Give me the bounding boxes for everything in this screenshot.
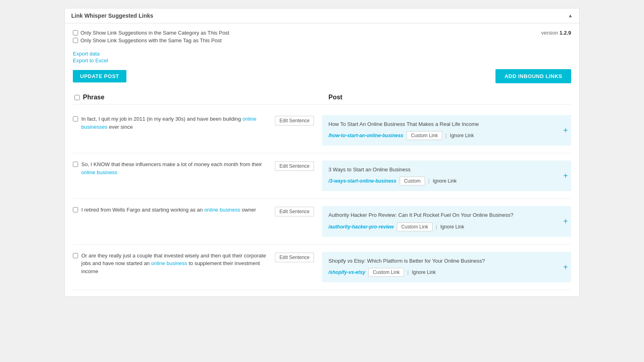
- select-all-checkbox[interactable]: [74, 95, 80, 100]
- row1-ignore-link[interactable]: Ignore Link: [450, 133, 474, 138]
- row3-checkbox[interactable]: [73, 207, 78, 212]
- row3-custom-link-button[interactable]: Custom Link: [397, 222, 433, 231]
- row3-post-slug: /authority-hacker-pro-review: [328, 224, 394, 230]
- row1-before: In fact, I quit my job in 2011 (in my ea…: [81, 116, 242, 122]
- post-col-4: Shopify vs Etsy: Which Platform is Bette…: [322, 252, 571, 282]
- row2-ignore-link[interactable]: Ignore Link: [433, 178, 456, 184]
- row4-edit-sentence-button[interactable]: Edit Sentence: [275, 253, 314, 262]
- row3-post-meta: /authority-hacker-pro-review Custom Link…: [328, 222, 565, 231]
- version-info: version 1.2.9: [541, 30, 571, 36]
- filter-options: Only Show Link Suggestions in the Same C…: [73, 30, 229, 43]
- row1-after: ever since: [107, 124, 133, 130]
- row2-separator: |: [428, 178, 429, 184]
- col-phrase-header: Phrase: [73, 94, 322, 101]
- row3-phrase-text: I retired from Wells Fargo and starting …: [81, 206, 272, 214]
- row3-post-title: Authority Hacker Pro Review: Can It Put …: [328, 212, 565, 219]
- widget-toggle-icon[interactable]: ▲: [568, 13, 573, 19]
- row1-post-slug: /how-to-start-an-online-business: [328, 133, 403, 138]
- table-row: So, I KNOW that these influencers make a…: [73, 153, 571, 199]
- post-col-4-outer: Shopify vs Etsy: Which Platform is Bette…: [322, 252, 571, 282]
- export-links-group: Export data Export to Excel: [73, 51, 571, 64]
- row2-post-title: 3 Ways to Start an Online Business: [328, 166, 565, 173]
- post-col-3: Authority Hacker Pro Review: Can It Put …: [322, 206, 571, 237]
- table-row: In fact, I quit my job in 2011 (in my ea…: [73, 108, 571, 153]
- post-col-2: 3 Ways to Start an Online Business /3-wa…: [322, 160, 571, 191]
- row1-post-title: How To Start An Online Business That Mak…: [328, 121, 565, 128]
- row3-edit-sentence-button[interactable]: Edit Sentence: [275, 207, 314, 216]
- row4-post-slug: /shopify-vs-etsy: [328, 269, 365, 275]
- row2-edit-sentence-button[interactable]: Edit Sentence: [275, 161, 314, 171]
- version-number: 1.2.9: [559, 30, 571, 36]
- table-row: Or are they really just a couple that in…: [73, 245, 571, 290]
- export-data-link[interactable]: Export data: [73, 51, 571, 57]
- option-same-category[interactable]: Only Show Link Suggestions in the Same C…: [73, 30, 229, 36]
- row4-post-title: Shopify vs Etsy: Which Platform is Bette…: [328, 257, 565, 265]
- actions-row: UPDATE POST ADD INBOUND LINKS: [73, 69, 571, 83]
- row1-edit-sentence-button[interactable]: Edit Sentence: [275, 116, 314, 125]
- option-same-category-label: Only Show Link Suggestions in the Same C…: [80, 30, 229, 36]
- row4-checkbox[interactable]: [73, 253, 78, 258]
- row1-custom-link-button[interactable]: Custom Link: [407, 131, 442, 140]
- phrase-col-4: Or are they really just a couple that in…: [73, 252, 322, 276]
- table-row: I retired from Wells Fargo and starting …: [73, 199, 571, 244]
- row4-phrase-link[interactable]: online business: [151, 260, 187, 266]
- row4-expand-icon[interactable]: +: [563, 263, 568, 271]
- option-same-tag-label: Only Show Link Suggestions with the Same…: [80, 37, 222, 43]
- row3-expand-icon[interactable]: +: [563, 217, 568, 225]
- row2-post-meta: /3-ways-start-online-business Custom | I…: [328, 177, 565, 185]
- row3-ignore-link[interactable]: Ignore Link: [440, 224, 464, 230]
- row4-separator: |: [407, 269, 409, 275]
- post-col-3-outer: Authority Hacker Pro Review: Can It Put …: [322, 206, 571, 237]
- row1-phrase-text: In fact, I quit my job in 2011 (in my ea…: [81, 115, 272, 131]
- table-header: Phrase Post: [73, 90, 571, 105]
- row2-phrase-link[interactable]: online business: [81, 169, 118, 175]
- row4-custom-link-button[interactable]: Custom Link: [368, 268, 404, 277]
- export-excel-link[interactable]: Export to Excel: [73, 58, 571, 64]
- row1-post-meta: /how-to-start-an-online-business Custom …: [328, 131, 565, 140]
- row2-phrase-text: So, I KNOW that these influencers make a…: [81, 160, 272, 176]
- row2-checkbox[interactable]: [73, 162, 78, 167]
- add-inbound-links-button[interactable]: ADD INBOUND LINKS: [495, 69, 571, 83]
- post-col-1: How To Start An Online Business That Mak…: [322, 115, 571, 146]
- suggestions-table: In fact, I quit my job in 2011 (in my ea…: [73, 108, 571, 290]
- row3-before: I retired from Wells Fargo and starting …: [81, 207, 204, 213]
- checkbox-same-tag[interactable]: [73, 38, 78, 43]
- widget-header: Link Whisper Suggested Links ▲: [65, 8, 579, 23]
- row3-separator: |: [436, 224, 437, 230]
- widget-body: Only Show Link Suggestions in the Same C…: [65, 23, 579, 296]
- widget-title: Link Whisper Suggested Links: [71, 12, 153, 19]
- row1-separator: |: [446, 133, 447, 138]
- update-post-button[interactable]: UPDATE POST: [73, 70, 126, 82]
- col-post-header: Post: [322, 94, 571, 101]
- phrase-col-1: In fact, I quit my job in 2011 (in my ea…: [73, 115, 322, 131]
- row3-phrase-link[interactable]: online business: [204, 207, 240, 213]
- checkbox-same-category[interactable]: [73, 30, 78, 35]
- row2-before: So, I KNOW that these influencers make a…: [81, 161, 262, 167]
- row4-phrase-text: Or are they really just a couple that in…: [81, 252, 272, 276]
- row1-expand-icon[interactable]: +: [563, 126, 568, 134]
- post-col-2-outer: 3 Ways to Start an Online Business /3-wa…: [322, 160, 571, 191]
- row4-ignore-link[interactable]: Ignore Link: [412, 269, 436, 275]
- phrase-col-3: I retired from Wells Fargo and starting …: [73, 206, 322, 216]
- row2-expand-icon[interactable]: +: [563, 172, 568, 180]
- version-label: version: [541, 30, 558, 36]
- row2-custom-link-button[interactable]: Custom: [400, 177, 425, 185]
- post-col-1-outer: How To Start An Online Business That Mak…: [322, 115, 571, 146]
- option-same-tag[interactable]: Only Show Link Suggestions with the Same…: [73, 37, 229, 43]
- phrase-col-2: So, I KNOW that these influencers make a…: [73, 160, 322, 176]
- row4-post-meta: /shopify-vs-etsy Custom Link | Ignore Li…: [328, 268, 565, 277]
- row2-post-slug: /3-ways-start-online-business: [328, 178, 396, 184]
- phrase-col-label: Phrase: [83, 94, 104, 101]
- row3-after: owner: [240, 207, 256, 213]
- row1-checkbox[interactable]: [73, 116, 78, 121]
